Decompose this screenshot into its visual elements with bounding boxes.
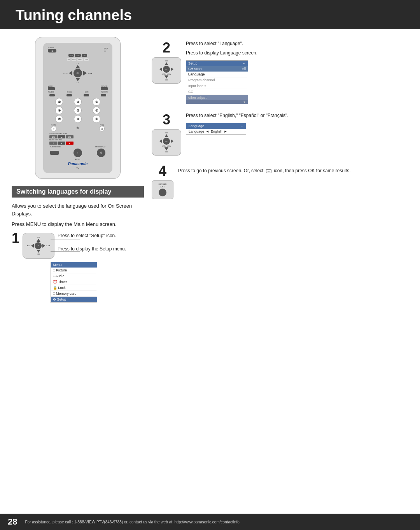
- right-steps: 2 CH OK ◄VOLVOL► C: [152, 37, 408, 199]
- menu-picture: □ Picture: [51, 268, 97, 273]
- step1-section: 1 CH ◄VO OK VOL► CH: [12, 231, 144, 303]
- dvd-button: DVD: [82, 54, 87, 57]
- remote-body: POWER ⏻ SAP○○ VCR DISC DVD TV VCR DISC D…: [43, 43, 112, 173]
- mode-buttons: VCR DISC DVD: [48, 54, 108, 57]
- num8: ⑧: [74, 115, 82, 123]
- menu-timer: ⏰ Timer: [51, 279, 97, 285]
- menu-lock: 🔒 Lock: [51, 285, 97, 291]
- vcr-button: VCR: [68, 54, 74, 57]
- language-screen: Language ← Language ◄ English ►: [186, 123, 246, 135]
- num9: ⑨: [93, 115, 100, 123]
- tv-label: TV: [48, 167, 108, 169]
- setup-screen: Setup ← CH scanAll Language Program chan…: [186, 60, 248, 104]
- setup-input-labels: Input labels: [186, 83, 248, 89]
- step2-inst1: Press to select "Language".: [186, 41, 408, 46]
- disc-button: DISC: [75, 54, 81, 57]
- remote-illustration: POWER ⏻ SAP○○ VCR DISC DVD TV VCR DISC D…: [35, 37, 121, 179]
- step4-number: 4: [159, 164, 166, 178]
- menu-audio: ♪ Audio: [51, 273, 97, 279]
- page-title: Tuning channels: [16, 7, 132, 23]
- menu-title: Menu: [51, 262, 97, 268]
- setup-scroll-indicator: ▼: [186, 100, 248, 104]
- page-header: Tuning channels: [0, 0, 420, 29]
- step4-inst: Press to go to previous screen. Or, sele…: [178, 167, 408, 174]
- description-line1: Allows you to select the language used f…: [12, 202, 144, 217]
- setup-other-adjust: other adjust: [186, 95, 248, 100]
- page-number: 28: [8, 517, 17, 527]
- step3-number: 3: [163, 113, 170, 127]
- step4-content: Press to go to previous screen. Or, sele…: [178, 164, 408, 174]
- menu-setup: ⚙ Setup: [51, 297, 97, 303]
- step3-left: 3 CH OK ◄VOLVOL► C: [152, 113, 181, 156]
- section-heading: Switching languages for display: [12, 186, 144, 198]
- step1-arrow-svg: [51, 236, 82, 259]
- num6: ⑥: [93, 107, 100, 114]
- description-line2: Press MENU to display the Main Menu scre…: [12, 220, 144, 228]
- num1: ①: [55, 98, 63, 106]
- setup-language: Language: [186, 72, 248, 77]
- step2-inst2: Press to display Language screen.: [186, 50, 408, 56]
- page-footer: 28 For assistance, please call : 1-888-V…: [0, 514, 420, 530]
- step2-row: 2 CH OK ◄VOLVOL► C: [152, 41, 408, 104]
- sap-label: SAP○○: [104, 47, 108, 52]
- language-row: Language ◄ English ►: [186, 129, 246, 134]
- step3-row: 3 CH OK ◄VOLVOL► C: [152, 113, 408, 156]
- menu-memory: □ Memory card: [51, 291, 97, 297]
- setup-ch-scan: CH scanAll: [186, 66, 248, 72]
- step3-content: Press to select "English," "Español" or …: [186, 113, 408, 135]
- step2-left: 2 CH OK ◄VOLVOL► C: [152, 41, 181, 84]
- step3-inst1: Press to select "English," "Español" or …: [186, 113, 408, 118]
- menu-screen-content: Menu □ Picture ♪ Audio ⏰ Timer 🔒 Lock □ …: [51, 262, 97, 303]
- menu-screen: Menu □ Picture ♪ Audio ⏰ Timer 🔒 Lock □ …: [51, 262, 144, 303]
- numpad: ① ② ③ ④ ⑤ ⑥ ⑦ ⑧ ⑨: [50, 98, 105, 123]
- power-button: ⏻: [48, 49, 56, 52]
- setup-program-channel: Program channel: [186, 77, 248, 83]
- num2: ②: [74, 98, 82, 106]
- num4: ④: [55, 107, 63, 114]
- num5: ⑤: [74, 107, 82, 114]
- step2-number: 2: [163, 41, 170, 55]
- return-icon-small: ↩: [266, 169, 271, 173]
- step4-row: 4 RETURNEXIT Press to go to previous scr…: [152, 164, 408, 199]
- footer-text: For assistance, please call : 1-888-VIEW…: [25, 520, 239, 524]
- num3: ③: [93, 98, 100, 106]
- setup-cc: CC: [186, 89, 248, 95]
- left-column: POWER ⏻ SAP○○ VCR DISC DVD TV VCR DISC D…: [12, 37, 144, 311]
- language-header: Language ←: [186, 123, 246, 129]
- main-content: POWER ⏻ SAP○○ VCR DISC DVD TV VCR DISC D…: [0, 37, 420, 311]
- num7: ⑦: [55, 115, 63, 123]
- step1-number: 1: [12, 231, 19, 245]
- right-column: 2 CH OK ◄VOLVOL► C: [152, 37, 408, 311]
- step4-left: 4 RETURNEXIT: [152, 164, 173, 199]
- step2-content: Press to select "Language". Press to dis…: [186, 41, 408, 104]
- brand-label: Panasonic: [48, 162, 108, 166]
